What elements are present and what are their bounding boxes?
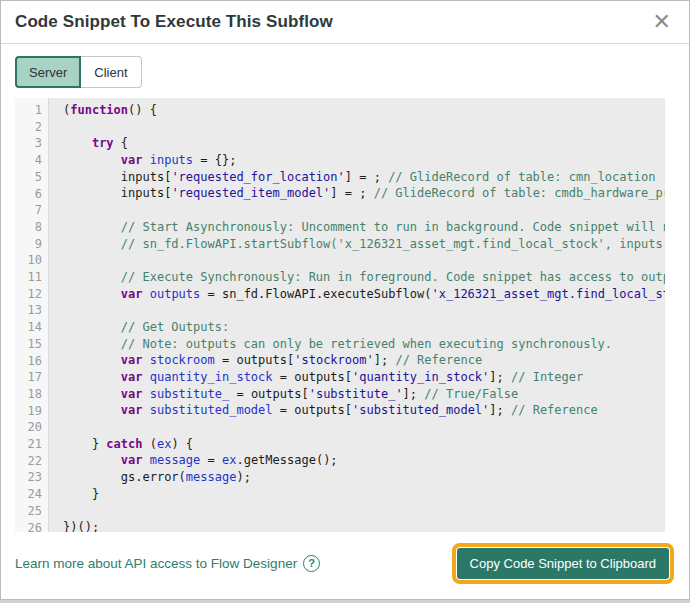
code-line: var stockroom = outputs['stockroom']; //… bbox=[63, 352, 665, 369]
learn-more-link[interactable]: Learn more about API access to Flow Desi… bbox=[15, 555, 320, 572]
line-numbers: 1234567891011121314151617181920212223242… bbox=[15, 98, 49, 532]
code-line: gs.error(message); bbox=[63, 469, 665, 486]
code-line bbox=[63, 119, 665, 136]
line-number: 24 bbox=[15, 486, 42, 503]
code-line: var quantity_in_stock = outputs['quantit… bbox=[63, 369, 665, 386]
code-line bbox=[63, 252, 665, 269]
code-line: } catch (ex) { bbox=[63, 436, 665, 453]
dialog-header: Code Snippet To Execute This Subflow ✕ bbox=[1, 1, 689, 44]
line-number: 25 bbox=[15, 503, 42, 520]
help-icon[interactable]: ? bbox=[303, 555, 320, 572]
code-line bbox=[63, 302, 665, 319]
line-number: 2 bbox=[15, 119, 42, 136]
line-number: 6 bbox=[15, 186, 42, 203]
code-line bbox=[63, 503, 665, 520]
line-number: 7 bbox=[15, 202, 42, 219]
code-line: (function() { bbox=[63, 102, 665, 119]
line-number: 8 bbox=[15, 219, 42, 236]
line-number: 9 bbox=[15, 236, 42, 253]
line-number: 4 bbox=[15, 152, 42, 169]
code-line: try { bbox=[63, 135, 665, 152]
code-line: inputs['requested_for_location'] = ; // … bbox=[63, 169, 665, 186]
code-line: // Get Outputs: bbox=[63, 319, 665, 336]
dialog-footer: Learn more about API access to Flow Desi… bbox=[1, 532, 689, 600]
code-snippet-dialog: Code Snippet To Execute This Subflow ✕ S… bbox=[0, 0, 690, 600]
code-line: var inputs = {}; bbox=[63, 152, 665, 169]
learn-more-label: Learn more about API access to Flow Desi… bbox=[15, 556, 297, 571]
line-number: 14 bbox=[15, 319, 42, 336]
code-line: var message = ex.getMessage(); bbox=[63, 452, 665, 469]
line-number: 17 bbox=[15, 369, 42, 386]
code-line: // Note: outputs can only be retrieved w… bbox=[63, 336, 665, 353]
close-button[interactable]: ✕ bbox=[651, 11, 673, 33]
copy-code-snippet-button[interactable]: Copy Code Snippet to Clipboard bbox=[457, 548, 669, 579]
tab-server[interactable]: Server bbox=[15, 56, 81, 88]
script-type-tabs: Server Client bbox=[15, 56, 689, 88]
code-editor[interactable]: 1234567891011121314151617181920212223242… bbox=[15, 98, 675, 532]
line-number: 3 bbox=[15, 135, 42, 152]
copy-button-label: Copy Code Snippet to Clipboard bbox=[470, 556, 656, 571]
code-line: inputs['requested_item_model'] = ; // Gl… bbox=[63, 185, 665, 202]
line-number: 18 bbox=[15, 386, 42, 403]
line-number: 16 bbox=[15, 353, 42, 370]
code-line: // Start Asynchronously: Uncomment to ru… bbox=[63, 219, 665, 236]
line-number: 22 bbox=[15, 453, 42, 470]
line-number: 26 bbox=[15, 520, 42, 532]
line-number: 19 bbox=[15, 403, 42, 420]
line-number: 11 bbox=[15, 269, 42, 286]
code-line bbox=[63, 202, 665, 219]
line-number: 12 bbox=[15, 286, 42, 303]
code-line: // sn_fd.FlowAPI.startSubflow('x_126321_… bbox=[63, 236, 665, 253]
code-line: // Execute Synchronously: Run in foregro… bbox=[63, 269, 665, 286]
line-number: 1 bbox=[15, 102, 42, 119]
line-number: 15 bbox=[15, 336, 42, 353]
code-line bbox=[63, 419, 665, 436]
code-line: var substituted_model = outputs['substit… bbox=[63, 402, 665, 419]
line-number: 5 bbox=[15, 169, 42, 186]
line-number: 23 bbox=[15, 469, 42, 486]
line-number: 20 bbox=[15, 419, 42, 436]
line-number: 21 bbox=[15, 436, 42, 453]
code-line: var substitute_ = outputs['substitute_']… bbox=[63, 386, 665, 403]
close-icon: ✕ bbox=[653, 9, 671, 34]
vertical-scrollbar[interactable] bbox=[665, 98, 675, 532]
code-line: })(); bbox=[63, 519, 665, 532]
code-line: var outputs = sn_fd.FlowAPI.executeSubfl… bbox=[63, 286, 665, 303]
line-number: 13 bbox=[15, 302, 42, 319]
tab-client[interactable]: Client bbox=[81, 56, 141, 88]
line-number: 10 bbox=[15, 252, 42, 269]
code-line: } bbox=[63, 486, 665, 503]
code-lines: (function() { try { var inputs = {}; inp… bbox=[49, 98, 665, 532]
dialog-title: Code Snippet To Execute This Subflow bbox=[15, 12, 333, 32]
